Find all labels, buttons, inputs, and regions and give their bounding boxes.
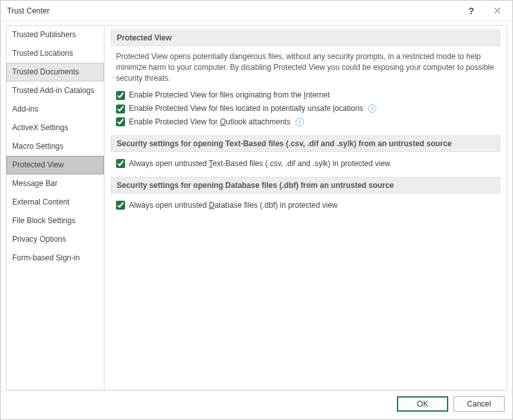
sidebar-item-message-bar[interactable]: Message Bar [6, 174, 104, 193]
sidebar-item-external-content[interactable]: External Content [6, 193, 104, 212]
checkbox-text-based-files[interactable] [116, 159, 125, 168]
sidebar-item-label: Trusted Add-in Catalogs [12, 86, 94, 95]
checkbox-label: Enable Protected View for files located … [129, 103, 363, 114]
sidebar-item-protected-view[interactable]: Protected View [6, 156, 104, 174]
section-header-protected-view: Protected View [111, 29, 500, 46]
sidebar-item-label: Protected View [12, 160, 64, 169]
titlebar: Trust Center ? [1, 1, 512, 21]
sidebar-item-label: Trusted Locations [12, 49, 73, 58]
sidebar-item-privacy-options[interactable]: Privacy Options [6, 230, 104, 249]
option-text-based-files: Always open untrusted Text-Based files (… [111, 157, 500, 171]
sidebar-item-label: File Block Settings [12, 216, 76, 225]
help-button[interactable]: ? [458, 1, 484, 21]
checkbox-label: Enable Protected View for Outlook attach… [129, 117, 290, 128]
checkbox-label: Always open untrusted Database files (.d… [129, 200, 338, 211]
checkbox-internet-files[interactable] [116, 91, 125, 100]
sidebar-item-addins[interactable]: Add-ins [6, 100, 104, 119]
ok-button[interactable]: OK [397, 396, 448, 412]
section-header-text-based: Security settings for opening Text-Based… [111, 135, 500, 152]
option-database-files: Always open untrusted Database files (.d… [111, 199, 500, 212]
sidebar-item-label: Trusted Documents [12, 67, 79, 76]
sidebar-item-trusted-documents[interactable]: Trusted Documents [6, 63, 104, 81]
main-panel: Protected View Protected View opens pote… [105, 25, 507, 391]
sidebar-item-label: Macro Settings [12, 142, 63, 151]
section-header-database: Security settings for opening Database f… [111, 177, 500, 194]
protected-view-description: Protected View opens potentially dangero… [111, 51, 500, 88]
content-area: Trusted Publishers Trusted Locations Tru… [1, 21, 512, 391]
sidebar: Trusted Publishers Trusted Locations Tru… [6, 25, 105, 391]
close-icon [494, 7, 501, 14]
option-internet-files: Enable Protected View for files originat… [111, 88, 500, 102]
sidebar-item-trusted-addin-catalogs[interactable]: Trusted Add-in Catalogs [6, 81, 104, 100]
sidebar-item-label: ActiveX Settings [12, 123, 68, 132]
checkbox-unsafe-locations[interactable] [116, 105, 125, 113]
sidebar-item-label: Trusted Publishers [12, 30, 76, 39]
cancel-button[interactable]: Cancel [453, 396, 505, 412]
checkbox-database-files[interactable] [116, 201, 125, 210]
sidebar-item-label: Privacy Options [12, 235, 66, 244]
window-title: Trust Center [7, 6, 458, 15]
dialog-footer: OK Cancel [1, 391, 512, 416]
sidebar-item-file-block-settings[interactable]: File Block Settings [6, 212, 104, 230]
checkbox-label: Enable Protected View for files originat… [129, 90, 330, 101]
sidebar-item-activex-settings[interactable]: ActiveX Settings [6, 119, 104, 137]
sidebar-item-macro-settings[interactable]: Macro Settings [6, 137, 104, 156]
info-icon[interactable]: i [296, 118, 304, 126]
option-outlook-attachments: Enable Protected View for Outlook attach… [111, 115, 500, 129]
sidebar-item-label: Message Bar [12, 179, 58, 188]
sidebar-item-label: Add-ins [12, 105, 38, 113]
checkbox-outlook-attachments[interactable] [116, 117, 125, 126]
checkbox-label: Always open untrusted Text-Based files (… [129, 158, 391, 169]
sidebar-item-label: External Content [12, 197, 69, 206]
close-button[interactable] [484, 1, 510, 21]
sidebar-item-trusted-locations[interactable]: Trusted Locations [6, 44, 104, 63]
sidebar-item-form-based-signin[interactable]: Form-based Sign-in [6, 249, 104, 267]
info-icon[interactable]: i [368, 105, 376, 113]
option-unsafe-locations: Enable Protected View for files located … [111, 102, 500, 115]
sidebar-item-label: Form-based Sign-in [12, 253, 80, 262]
sidebar-item-trusted-publishers[interactable]: Trusted Publishers [6, 26, 104, 44]
